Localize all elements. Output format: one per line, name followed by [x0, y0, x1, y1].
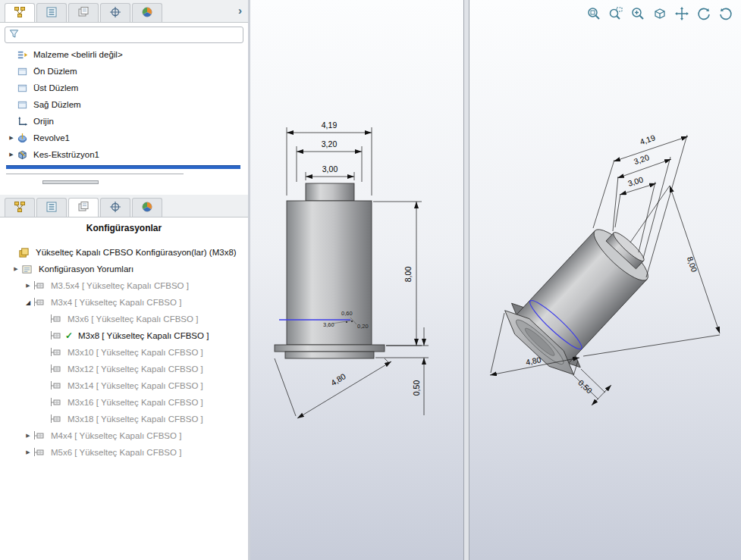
svg-text:4,19: 4,19: [639, 133, 656, 146]
config-comments-item[interactable]: Konfigürasyon Yorumları: [0, 261, 248, 277]
config-item-label[interactable]: M5x6 [ Yükselteç Kapalı CFBSO ]: [51, 448, 181, 457]
feature-label[interactable]: Kes-Ekstrüzyon1: [33, 150, 99, 159]
iso-dim-flange-thickness[interactable]: 0,50: [574, 369, 611, 405]
feature-tree-item[interactable]: Orijin: [0, 113, 248, 130]
feature-label[interactable]: Ön Düzlem: [33, 67, 77, 76]
expand-arrow[interactable]: [11, 266, 21, 272]
config-item-label[interactable]: M3x18 [ Yükselteç Kapalı CFBSO ]: [68, 415, 203, 424]
config-item-label[interactable]: M3x10 [ Yükselteç Kapalı CFBSO ]: [68, 348, 203, 357]
config-item-row[interactable]: ✓ M3x10 [ Yükselteç Kapalı CFBSO ]: [0, 344, 248, 361]
config-item-label[interactable]: M4x4 [ Yükselteç Kapalı CFBSO ]: [51, 431, 181, 440]
config-comments-label[interactable]: Konfigürasyon Yorumları: [39, 264, 133, 274]
dim-flange-diameter[interactable]: 4,80: [275, 358, 391, 418]
config-item-label[interactable]: M3x8 [ Yükselteç Kapalı CFBSO ]: [78, 331, 209, 340]
part-iso-view[interactable]: [498, 211, 666, 383]
previous-view-icon[interactable]: [718, 6, 733, 21]
feature-label[interactable]: Üst Düzlem: [33, 83, 78, 92]
config-item-row[interactable]: ✓ M4x4 [ Yükselteç Kapalı CFBSO ]: [0, 427, 248, 444]
config-item-label[interactable]: M3x16 [ Yükselteç Kapalı CFBSO ]: [68, 398, 203, 407]
tab-displaymanager[interactable]: [132, 198, 162, 217]
config-root-label[interactable]: Yükselteç Kapalı CFBSO Konfigürasyon(lar…: [36, 248, 237, 257]
feature-label[interactable]: Malzeme <belirli değil>: [33, 50, 123, 59]
panel-splitter-handle[interactable]: [42, 180, 99, 184]
tab-propertymanager[interactable]: [36, 198, 67, 217]
tab-configurationmanager[interactable]: [68, 3, 99, 22]
config-item-row[interactable]: ✓ M3x8 [ Yükselteç Kapalı CFBSO ]: [0, 327, 248, 344]
expand-arrow[interactable]: [6, 135, 17, 141]
config-item-row[interactable]: ✓ M3x4 [ Yükselteç Kapalı CFBSO ]: [0, 294, 248, 311]
config-item-label[interactable]: M3x12 [ Yükselteç Kapalı CFBSO ]: [68, 364, 203, 374]
dim-flange-thickness[interactable]: 0,50: [375, 327, 429, 415]
graphics-area: 4,19 3,20 3,00 8,00: [250, 0, 741, 560]
svg-text:3,00: 3,00: [626, 174, 644, 187]
config-item-label[interactable]: M3x6 [ Yükselteç Kapalı CFBSO ]: [68, 314, 198, 324]
tab-featuremanager[interactable]: [5, 3, 35, 22]
active-config-check-icon: ✓: [65, 331, 76, 340]
config-item-label[interactable]: M3x14 [ Yükselteç Kapalı CFBSO ]: [68, 381, 203, 390]
config-item-row[interactable]: ✓ M5x6 [ Yükselteç Kapalı CFBSO ]: [0, 444, 248, 461]
config-item-row[interactable]: ✓ M3x12 [ Yükselteç Kapalı CFBSO ]: [0, 361, 248, 377]
expand-arrow[interactable]: [23, 449, 33, 455]
config-item-row[interactable]: ✓ M3x18 [ Yükselteç Kapalı CFBSO ]: [0, 411, 248, 427]
tab-featuremanager[interactable]: [5, 198, 35, 217]
property-list-icon: [46, 201, 58, 215]
expand-arrow[interactable]: [23, 433, 33, 439]
tree-filter-input[interactable]: [5, 27, 243, 43]
derived-config-icon: [33, 431, 49, 440]
feature-manager-panel: › Malzeme <belirli değil> Ön Düzlem Üst …: [0, 0, 250, 560]
panel-splitter-line: [6, 174, 184, 174]
config-root-item[interactable]: Yükselteç Kapalı CFBSO Konfigürasyon(lar…: [0, 244, 248, 261]
feature-label[interactable]: Revolve1: [33, 133, 70, 142]
zoom-icon[interactable]: [630, 6, 645, 21]
config-item-row[interactable]: ✓ M3x6 [ Yükselteç Kapalı CFBSO ]: [0, 311, 248, 327]
feature-tree-item[interactable]: Ön Düzlem: [0, 63, 248, 80]
dim-width-mid[interactable]: 3,20: [297, 139, 362, 182]
tab-dimxpertmanager[interactable]: [100, 198, 130, 217]
feature-tree-item[interactable]: Malzeme <belirli değil>: [0, 46, 248, 63]
config-panel-title: Konfigürasyonlar: [0, 217, 248, 238]
zoom-fit-icon[interactable]: [586, 6, 601, 21]
tab-displaymanager[interactable]: [132, 3, 162, 22]
config-item-label[interactable]: M3.5x4 [ Yükselteç Kapalı CFBSO ]: [51, 281, 189, 290]
pan-icon[interactable]: [674, 6, 689, 21]
viewport-splitter[interactable]: [463, 0, 469, 560]
part-front-view[interactable]: [275, 183, 385, 358]
configuration-stack-icon: [77, 6, 89, 20]
rotate-view-icon[interactable]: [696, 6, 711, 21]
derived-config-icon: [50, 314, 65, 324]
tab-dimxpertmanager[interactable]: [100, 3, 130, 22]
section-view-icon[interactable]: [652, 6, 667, 21]
svg-text:8,00: 8,00: [686, 255, 699, 273]
feature-tree-item[interactable]: Kes-Ekstrüzyon1: [0, 146, 248, 163]
zoom-area-icon[interactable]: [608, 6, 623, 21]
feature-label[interactable]: Sağ Düzlem: [33, 100, 81, 109]
config-item-row[interactable]: ✓ M3x14 [ Yükselteç Kapalı CFBSO ]: [0, 377, 248, 394]
svg-text:3,20: 3,20: [322, 139, 338, 149]
config-item-row[interactable]: ✓ M3x16 [ Yükselteç Kapalı CFBSO ]: [0, 394, 248, 411]
front-viewport-pane[interactable]: 4,19 3,20 3,00 8,00: [250, 0, 463, 560]
feature-tree-icon: [14, 6, 26, 20]
dim-width-inner[interactable]: 3,00: [306, 164, 354, 180]
expand-arrow[interactable]: [23, 283, 33, 289]
tab-propertymanager[interactable]: [36, 3, 67, 22]
iso-viewport-pane[interactable]: 4,19 3,20 3,00 8,00: [469, 0, 741, 560]
config-item-row[interactable]: ✓ M3.5x4 [ Yükselteç Kapalı CFBSO ]: [0, 277, 248, 294]
config-item-label[interactable]: M3x4 [ Yükselteç Kapalı CFBSO ]: [51, 298, 181, 307]
feature-label[interactable]: Orijin: [33, 117, 54, 126]
expand-arrow[interactable]: [23, 299, 33, 306]
feature-tree-item[interactable]: Revolve1: [0, 130, 248, 146]
iso-view-canvas[interactable]: 4,19 3,20 3,00 8,00: [469, 0, 741, 560]
display-sphere-icon: [141, 201, 153, 215]
expand-arrow[interactable]: [6, 152, 17, 158]
tab-configurationmanager[interactable]: [68, 198, 99, 217]
configurations-gold-icon: [18, 247, 33, 258]
feature-tree-item[interactable]: Sağ Düzlem: [0, 96, 248, 113]
feature-tree-item[interactable]: Üst Düzlem: [0, 80, 248, 96]
front-view-canvas[interactable]: 4,19 3,20 3,00 8,00: [250, 0, 463, 560]
configuration-stack-icon: [77, 201, 89, 215]
dim-height[interactable]: 8,00: [373, 202, 422, 346]
feature-tree-icon: [14, 201, 26, 215]
derived-config-icon: [33, 281, 49, 290]
panel-collapse-arrow[interactable]: ›: [238, 5, 242, 16]
rollback-bar[interactable]: [6, 165, 240, 169]
